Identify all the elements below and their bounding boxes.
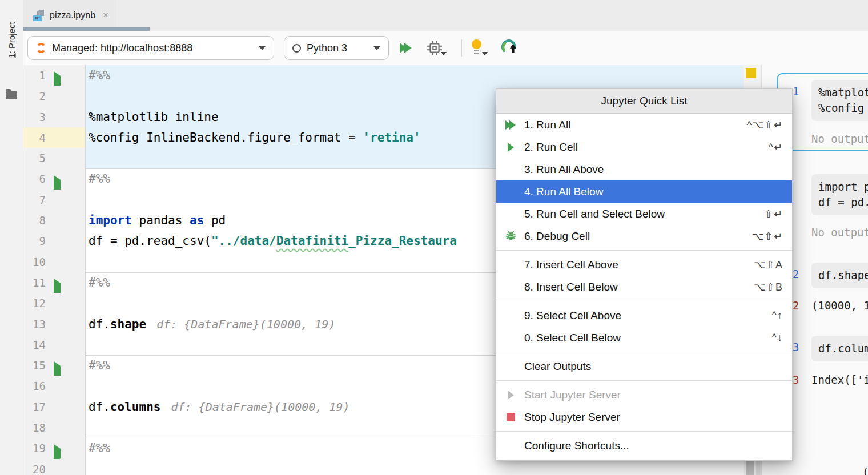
gutter: 9 [23,231,86,251]
restart-kernel-button[interactable] [427,41,442,55]
menu-item[interactable]: 7. Insert Cell Above⌥⇧A [496,253,792,276]
menu-item[interactable]: 4. Run All Below [496,180,792,203]
clipped-output-fragment: ( [862,466,868,475]
lightbulb-icon [472,39,481,49]
line-number: 20 [23,459,46,475]
jupyter-server-combo[interactable]: Managed: http://localhost:8888 [27,36,274,60]
gutter-spacer [54,237,61,246]
code-segment: df: {DataFrame}(10000, 19) [156,317,335,331]
jupyter-server-icon [36,43,46,53]
menu-item[interactable]: 3. Run All Above [496,158,792,180]
line-number: 10 [23,252,46,272]
code-segment: df: {DataFrame}(10000, 19) [171,400,349,414]
gutter: 18 [23,417,86,438]
code-line[interactable]: #%% [86,65,744,86]
folder-icon[interactable] [6,91,17,99]
menu-item[interactable]: 1. Run All^⌥⇧↵ [496,114,792,136]
gutter-spacer [54,112,61,122]
gutter: 11 [23,272,86,293]
preview-code-line: df = pd.read_csv(" [818,195,868,210]
notebook-toolbar: Managed: http://localhost:8888 Python 3 [23,31,868,65]
scrollbar-thumb[interactable] [746,460,754,475]
stop-icon [502,412,519,423]
cpu-chip-icon [427,41,442,55]
menu-separator [496,431,792,432]
execution-count-out: 3 [793,373,807,386]
swirl-update-icon [500,38,517,55]
toolbar-separator [461,39,462,57]
gutter: 2 [23,86,86,106]
gutter: 3 [23,107,86,127]
menu-item[interactable]: Clear Outputs [496,355,792,377]
code-segment: pd [204,214,226,227]
jupyter-quick-list-popup: Jupyter Quick List 1. Run All^⌥⇧↵2. Run … [496,88,793,461]
preview-code-line: %config InlineBack [818,100,868,116]
preview-code-cell[interactable]: df.shape [811,263,868,288]
menu-item[interactable]: 8. Insert Cell Below⌥⇧B [496,276,792,298]
line-number: 1 [23,65,46,86]
execution-count-out: 2 [793,299,807,312]
menu-item-label: 0. Select Cell Below [524,332,621,344]
close-tab-icon[interactable]: × [103,10,108,21]
menu-item-label: 3. Run All Above [524,163,604,176]
menu-item-icon-slot [502,310,519,321]
update-project-button[interactable] [500,38,517,55]
menu-item[interactable]: 6. Debug Cell⌥⇧↵ [496,225,792,247]
line-number: 12 [23,293,46,313]
left-tool-stripe: 1: Project [0,0,23,475]
code-line[interactable] [86,459,744,475]
editor-line: 1#%% [23,65,744,86]
line-number: 18 [23,417,46,438]
menu-separator [496,250,792,251]
gutter: 13 [23,314,86,335]
menu-item[interactable]: Stop Jupyter Server [496,406,792,428]
run-cell-gutter-button[interactable] [54,71,61,80]
menu-item-label: 8. Insert Cell Below [524,281,618,293]
gutter-spacer [54,299,61,308]
project-tool-window-button[interactable]: 1: Project [7,22,17,58]
menu-item-label: 2. Run Cell [524,141,578,154]
menu-item[interactable]: 2. Run Cell^↵ [496,136,792,158]
preview-code-cell[interactable]: df.columns [811,336,868,361]
editor-line: 20 [23,459,744,475]
menu-item[interactable]: Start Jupyter Server [496,384,792,406]
gutter: 17 [23,397,86,417]
code-segment: df. [89,317,110,331]
editor-tab-bar: IP pizza.ipynb × [23,0,868,31]
quick-actions-button[interactable] [471,39,485,55]
line-number: 4 [23,127,46,148]
code-segment: Datafiniti [276,234,348,248]
run-cell-gutter-button[interactable] [54,175,61,184]
run-cell-gutter-button[interactable] [54,444,61,453]
gutter-spacer [54,216,61,225]
menu-item-label: 9. Select Cell Above [524,309,621,322]
kernel-combo[interactable]: Python 3 [284,36,389,60]
run-cell-gutter-button[interactable] [54,278,61,287]
chevron-down-icon [441,52,447,55]
run-cell-gutter-button[interactable] [54,361,61,370]
preview-code-cell[interactable]: import pandas as pddf = pd.read_csv(" [811,174,868,215]
run-all-button[interactable] [400,43,412,53]
popup-items: 1. Run All^⌥⇧↵2. Run Cell^↵3. Run All Ab… [496,114,792,457]
menu-item[interactable]: 0. Select Cell Below^↓ [496,327,792,349]
menu-item[interactable]: Configure Shortcuts... [496,434,792,457]
gutter-spacer [54,154,61,163]
preview-code-cell[interactable]: %matplotlib inline%config InlineBack [811,80,868,121]
menu-item[interactable]: 5. Run Cell and Select Below⇧↵ [496,203,792,225]
gutter: 16 [23,376,86,396]
panel-splitter[interactable] [756,460,761,475]
project-mnemonic: 1 [7,53,17,58]
tab-pizza-ipynb[interactable]: IP pizza.ipynb × [23,0,116,31]
menu-item[interactable]: 9. Select Cell Above^↑ [496,304,792,327]
code-segment: #%% [89,172,110,186]
line-number: 2 [23,86,46,106]
menu-item-label: 4. Run All Below [524,186,603,198]
preview-output: Index(['id', [811,373,868,386]
menu-item-label: 6. Debug Cell [524,230,590,243]
line-number: 5 [23,148,46,168]
kernel-label: Python 3 [307,42,347,54]
preview-code-line: import pandas as pd [818,179,868,195]
preview-code-line: %matplotlib inline [818,85,868,100]
kernel-status-icon [292,44,301,53]
gutter-spacer [54,423,61,432]
